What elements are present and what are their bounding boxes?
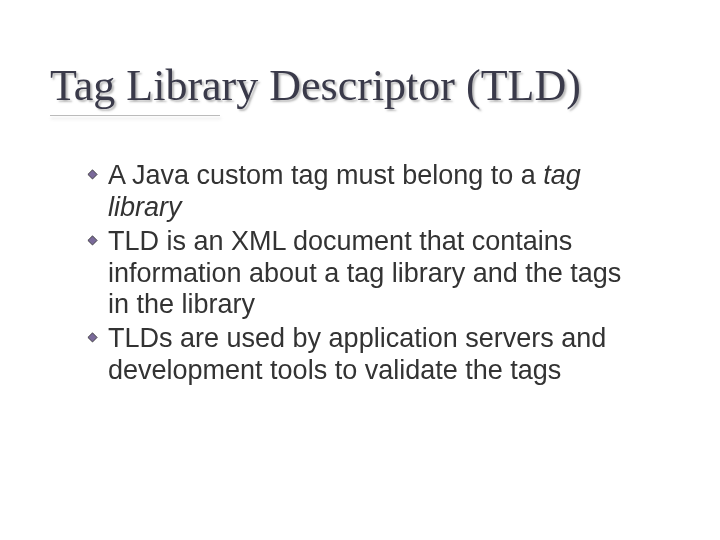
svg-rect-0 <box>88 170 97 179</box>
svg-rect-2 <box>88 333 97 342</box>
diamond-bullet-icon <box>86 234 99 247</box>
list-item: A Java custom tag must belong to a tag l… <box>86 160 640 224</box>
title-underline <box>50 115 220 116</box>
slide: Tag Library Descriptor (TLD) A Java cust… <box>0 0 720 540</box>
svg-rect-1 <box>88 236 97 245</box>
slide-body: A Java custom tag must belong to a tag l… <box>86 160 640 387</box>
bullet-text-pre: TLD is an XML document that contains inf… <box>108 226 621 320</box>
diamond-bullet-icon <box>86 168 99 181</box>
bullet-text-pre: TLDs are used by application servers and… <box>108 323 606 385</box>
list-item: TLD is an XML document that contains inf… <box>86 226 640 322</box>
list-item: TLDs are used by application servers and… <box>86 323 640 387</box>
bullet-text-pre: A Java custom tag must belong to a <box>108 160 543 190</box>
slide-title: Tag Library Descriptor (TLD) <box>50 60 670 111</box>
diamond-bullet-icon <box>86 331 99 344</box>
